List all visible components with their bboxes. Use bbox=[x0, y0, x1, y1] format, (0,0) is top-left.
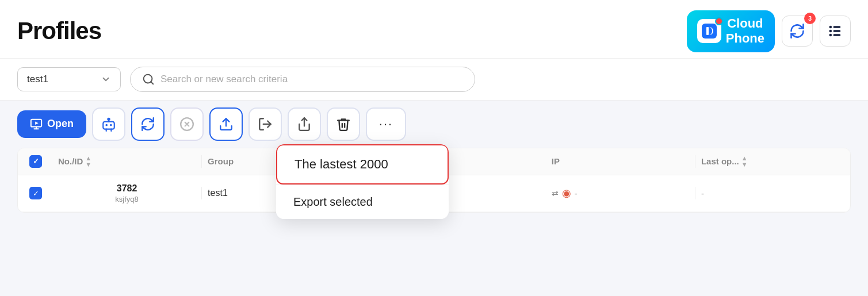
page-title: Profiles bbox=[17, 17, 101, 45]
ip-value: - bbox=[575, 189, 578, 198]
header: Profiles CloudPhone 3 bbox=[0, 0, 868, 59]
search-icon bbox=[142, 73, 155, 86]
row-id-code: ksjfyq8 bbox=[115, 195, 138, 203]
cell-ip: ⇄ ◉ - bbox=[552, 187, 689, 199]
refresh-icon bbox=[789, 23, 805, 39]
svg-point-4 bbox=[829, 30, 832, 33]
monitor-icon bbox=[30, 118, 43, 130]
sync-icon bbox=[140, 117, 155, 132]
row-checkbox[interactable]: ✓ bbox=[29, 187, 42, 199]
row-id-num: 3782 bbox=[117, 183, 137, 194]
open-label: Open bbox=[47, 118, 74, 130]
row-divider1 bbox=[201, 187, 202, 199]
row-check: ✓ bbox=[29, 187, 58, 199]
svg-point-15 bbox=[108, 118, 109, 120]
export-latest-label: The lastest 2000 bbox=[295, 157, 388, 171]
profile-dropdown[interactable]: test1 bbox=[17, 67, 121, 91]
svg-rect-3 bbox=[833, 26, 841, 29]
import-button[interactable] bbox=[248, 107, 282, 141]
header-lastop: Last op... ▲▼ bbox=[701, 155, 839, 168]
import-icon bbox=[258, 117, 273, 132]
cell-id: 3782 ksjfyq8 bbox=[58, 183, 196, 203]
svg-rect-17 bbox=[110, 124, 112, 126]
refresh-button[interactable]: 3 bbox=[782, 16, 813, 47]
svg-line-9 bbox=[151, 82, 153, 84]
svg-point-6 bbox=[829, 34, 832, 37]
sort-id-icon[interactable]: ▲▼ bbox=[85, 155, 91, 168]
notification-badge: 3 bbox=[804, 13, 816, 24]
toolbar: Open bbox=[0, 101, 868, 148]
svg-rect-16 bbox=[106, 124, 108, 126]
header-ip: IP bbox=[552, 156, 689, 166]
delete-button[interactable] bbox=[327, 107, 360, 141]
transfer-icon: ⇄ bbox=[552, 189, 559, 198]
open-button[interactable]: Open bbox=[17, 110, 86, 138]
divider2 bbox=[695, 155, 695, 168]
svg-marker-13 bbox=[35, 121, 38, 125]
export-latest-option[interactable]: The lastest 2000 bbox=[276, 144, 449, 184]
export-dropdown: The lastest 2000 Export selected bbox=[276, 144, 449, 219]
close-icon bbox=[179, 117, 194, 132]
header-right: CloudPhone 3 bbox=[687, 10, 851, 52]
sync-button[interactable] bbox=[131, 107, 165, 141]
select-all-checkbox[interactable]: ✓ bbox=[29, 155, 42, 168]
more-label: ··· bbox=[379, 117, 393, 132]
export-selected-option[interactable]: Export selected bbox=[276, 184, 449, 219]
close-button[interactable] bbox=[170, 107, 204, 141]
search-placeholder: Search or new search criteria bbox=[160, 74, 288, 85]
svg-point-2 bbox=[829, 26, 832, 29]
cloud-phone-text: CloudPhone bbox=[726, 16, 764, 47]
svg-rect-1 bbox=[706, 27, 709, 35]
robot-icon bbox=[101, 117, 116, 132]
cell-lastop: - bbox=[701, 189, 839, 198]
trash-icon bbox=[336, 117, 351, 132]
export-button[interactable] bbox=[209, 107, 243, 141]
search-area: test1 Search or new search criteria bbox=[0, 59, 868, 101]
svg-rect-14 bbox=[103, 121, 114, 129]
share-icon bbox=[297, 117, 312, 132]
svg-rect-5 bbox=[833, 30, 841, 33]
robot-button[interactable] bbox=[92, 107, 125, 141]
person-icon: ◉ bbox=[562, 187, 571, 199]
divider1 bbox=[201, 155, 202, 168]
upload-icon bbox=[219, 117, 234, 132]
row-divider2 bbox=[695, 187, 695, 199]
chevron-down-icon bbox=[101, 74, 111, 84]
export-selected-label: Export selected bbox=[293, 195, 373, 208]
menu-icon bbox=[827, 23, 843, 39]
svg-rect-7 bbox=[833, 34, 841, 37]
cloud-phone-logo-icon bbox=[702, 24, 717, 39]
header-check: ✓ bbox=[29, 155, 58, 168]
sort-lastop-icon[interactable]: ▲▼ bbox=[741, 155, 748, 168]
profile-value: test1 bbox=[27, 74, 48, 85]
share-button[interactable] bbox=[288, 107, 321, 141]
more-button[interactable]: ··· bbox=[366, 107, 406, 141]
menu-button[interactable] bbox=[820, 16, 851, 47]
search-box[interactable]: Search or new search criteria bbox=[130, 67, 475, 92]
header-id: No./ID ▲▼ bbox=[58, 155, 196, 168]
cloud-phone-icon bbox=[697, 19, 721, 43]
cloud-phone-button[interactable]: CloudPhone bbox=[687, 10, 775, 52]
